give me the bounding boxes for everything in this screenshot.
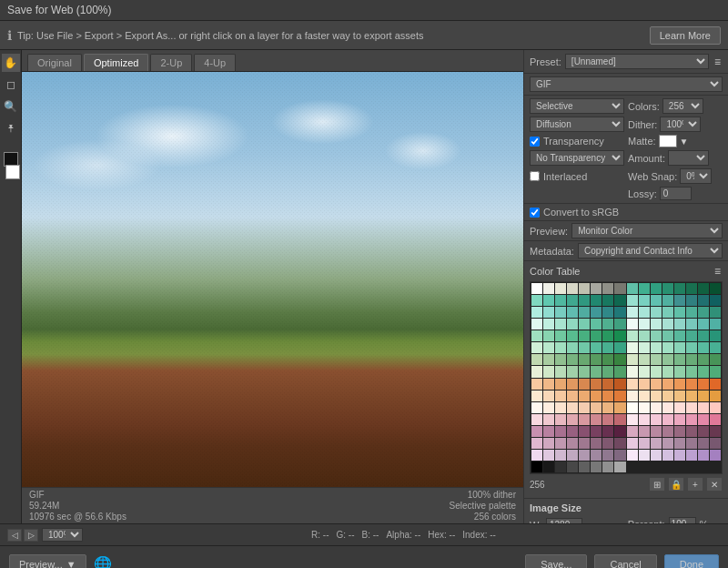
tab-2up[interactable]: 2-Up [150, 54, 192, 71]
color-swatch[interactable] [543, 307, 554, 318]
color-swatch[interactable] [579, 438, 590, 449]
color-swatch[interactable] [627, 379, 638, 390]
color-swatch[interactable] [627, 307, 638, 318]
color-swatch[interactable] [651, 438, 662, 449]
color-swatch[interactable] [662, 330, 673, 341]
color-swatch[interactable] [602, 450, 613, 461]
color-swatch[interactable] [602, 426, 613, 437]
width-input[interactable] [546, 518, 582, 523]
color-swatch[interactable] [651, 402, 662, 413]
color-swatch[interactable] [710, 426, 721, 437]
color-swatch[interactable] [579, 307, 590, 318]
color-swatch[interactable] [710, 307, 721, 318]
color-swatch[interactable] [602, 307, 613, 318]
color-swatch[interactable] [662, 366, 673, 377]
color-swatch[interactable] [567, 414, 578, 425]
color-swatch[interactable] [555, 402, 566, 413]
color-swatch[interactable] [614, 330, 625, 341]
color-swatch[interactable] [531, 414, 542, 425]
color-swatch[interactable] [662, 295, 673, 306]
color-swatch[interactable] [686, 426, 697, 437]
color-swatch[interactable] [627, 402, 638, 413]
color-swatch[interactable] [686, 414, 697, 425]
color-swatch[interactable] [614, 402, 625, 413]
learn-more-button[interactable]: Learn More [650, 26, 721, 45]
zoom-tool[interactable]: 🔍 [2, 97, 20, 116]
color-swatch[interactable] [651, 295, 662, 306]
color-swatch[interactable] [579, 426, 590, 437]
color-swatch[interactable] [674, 450, 685, 461]
color-swatch[interactable] [698, 307, 709, 318]
color-swatch[interactable] [698, 402, 709, 413]
color-swatch[interactable] [710, 295, 721, 306]
color-swatch[interactable] [686, 354, 697, 365]
color-swatch[interactable] [543, 426, 554, 437]
color-swatch[interactable] [627, 366, 638, 377]
color-swatch[interactable] [543, 379, 554, 390]
color-swatch[interactable] [662, 402, 673, 413]
color-swatch[interactable] [614, 390, 625, 401]
color-swatch[interactable] [531, 379, 542, 390]
color-swatch[interactable] [698, 366, 709, 377]
color-reduction-select[interactable]: Selective [530, 98, 624, 114]
color-swatch[interactable] [674, 438, 685, 449]
save-button[interactable]: Save... [525, 554, 587, 569]
color-swatch[interactable] [710, 450, 721, 461]
color-swatch[interactable] [591, 354, 602, 365]
color-swatch[interactable] [555, 354, 566, 365]
preview-select[interactable]: Monitor Color [571, 223, 723, 238]
matte-color-box[interactable] [659, 135, 677, 147]
color-swatch[interactable] [591, 390, 602, 401]
color-swatch[interactable] [531, 438, 542, 449]
color-swatch[interactable] [531, 319, 542, 330]
color-swatch[interactable] [627, 319, 638, 330]
color-swatch[interactable] [710, 414, 721, 425]
color-swatch[interactable] [674, 283, 685, 294]
color-swatch[interactable] [710, 402, 721, 413]
color-swatch[interactable] [698, 295, 709, 306]
color-swatch[interactable] [710, 330, 721, 341]
color-swatch[interactable] [674, 414, 685, 425]
color-swatch[interactable] [602, 330, 613, 341]
color-swatch[interactable] [698, 342, 709, 353]
color-swatch[interactable] [686, 438, 697, 449]
color-swatch[interactable] [543, 462, 554, 472]
color-swatch[interactable] [710, 319, 721, 330]
color-swatch[interactable] [579, 414, 590, 425]
color-swatch[interactable] [698, 283, 709, 294]
color-swatch[interactable] [674, 330, 685, 341]
color-swatch[interactable] [531, 426, 542, 437]
color-swatch[interactable] [674, 390, 685, 401]
color-swatch[interactable] [627, 390, 638, 401]
percent-input[interactable] [669, 517, 696, 523]
color-swatch[interactable] [639, 414, 650, 425]
color-swatch[interactable] [567, 450, 578, 461]
color-swatch[interactable] [591, 283, 602, 294]
color-swatch[interactable] [662, 319, 673, 330]
color-swatch[interactable] [639, 379, 650, 390]
nav-next-button[interactable]: ▷ [24, 529, 38, 542]
color-swatch[interactable] [674, 354, 685, 365]
color-swatch[interactable] [614, 283, 625, 294]
color-swatch[interactable] [591, 402, 602, 413]
color-swatch[interactable] [698, 450, 709, 461]
color-table-menu-button[interactable]: ≡ [713, 265, 723, 278]
color-swatch[interactable] [686, 402, 697, 413]
color-swatch[interactable] [627, 342, 638, 353]
color-swatch[interactable] [651, 450, 662, 461]
color-swatch[interactable] [662, 379, 673, 390]
color-swatch[interactable] [579, 450, 590, 461]
color-swatch[interactable] [627, 295, 638, 306]
color-swatch[interactable] [531, 283, 542, 294]
color-swatch[interactable] [674, 402, 685, 413]
color-swatch[interactable] [531, 342, 542, 353]
color-swatch[interactable] [567, 342, 578, 353]
color-swatch[interactable] [627, 426, 638, 437]
color-swatch[interactable] [555, 307, 566, 318]
color-swatch[interactable] [591, 462, 602, 472]
color-swatch[interactable] [591, 330, 602, 341]
color-swatch[interactable] [579, 379, 590, 390]
preview-button[interactable]: Preview... ▼ [9, 554, 86, 569]
color-swatch[interactable] [591, 379, 602, 390]
color-swatch[interactable] [614, 438, 625, 449]
